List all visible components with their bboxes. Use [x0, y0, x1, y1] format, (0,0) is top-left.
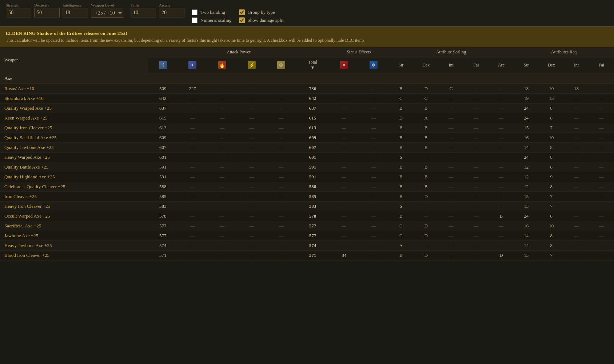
total-cell: 571 — [296, 251, 329, 260]
table-row[interactable]: Keen Warped Axe +25615————615——DA———248—… — [0, 113, 614, 123]
dexterity-input[interactable] — [34, 8, 60, 17]
fai-req-cell: — — [589, 113, 614, 123]
fire-cell: — — [207, 123, 237, 133]
mag-icon: ✦ — [188, 61, 196, 69]
table-row[interactable]: Jawbone Axe +25577————577——CD———148—— — [0, 231, 614, 241]
weapon-level-label: Weapon Level — [91, 3, 114, 7]
dex-req-cell: 8 — [539, 153, 564, 162]
table-row[interactable]: Blood Iron Cleaver +25571————57184—BD——D… — [0, 251, 614, 260]
phys-cell: 574 — [148, 241, 178, 251]
phys-cell: 583 — [148, 202, 178, 211]
status2-cell: — — [359, 113, 388, 123]
weapon-level-stat: Weapon Level +25 / +10 +24 / +9 +0 / +0 — [91, 3, 123, 18]
mag-cell: — — [178, 221, 207, 231]
table-row[interactable]: Quality Battle Axe +25591————591——BB———1… — [0, 162, 614, 172]
fai-req-cell: — — [589, 192, 614, 202]
show-damage-split-checkbox[interactable] — [239, 17, 245, 23]
int-req-cell: — — [564, 123, 589, 133]
two-handing-label[interactable]: Two handing — [200, 9, 225, 15]
int-sc-cell: — — [439, 231, 464, 241]
holy-cell: — — [267, 231, 296, 241]
phys-cell: 637 — [148, 104, 178, 113]
holy-cell: — — [267, 84, 296, 94]
table-row[interactable]: Heavy Jawbone Axe +25574————574——A————14… — [0, 241, 614, 251]
attack-power-header: Attack Power — [148, 47, 329, 57]
weapon-level-select[interactable]: +25 / +10 +24 / +9 +0 / +0 — [91, 8, 123, 18]
dex-req-cell: 10 — [539, 84, 564, 94]
table-row[interactable]: Quality Sacrificial Axe +25609————609——B… — [0, 133, 614, 143]
stats-group: Strength Dexterity Intelligence Weapon L… — [6, 3, 123, 18]
status1-cell: — — [329, 231, 359, 241]
arc-sc-cell: B — [489, 211, 514, 221]
strength-input[interactable] — [6, 8, 31, 17]
status1-cell: — — [329, 133, 359, 143]
weapon-name-cell: Quality Highland Axe +25 — [0, 172, 148, 182]
fai-sc-cell: — — [464, 202, 489, 211]
arc-sc-cell: — — [489, 133, 514, 143]
arc-sc-cell: D — [489, 251, 514, 260]
dex-req-cell: 15 — [539, 94, 564, 104]
str-req-cell: 12 — [514, 172, 539, 182]
dexterity-label: Dexterity — [34, 3, 49, 7]
two-handing-checkbox[interactable] — [192, 9, 198, 15]
table-row[interactable]: Celebrant's Quality Cleaver +25588————58… — [0, 182, 614, 192]
arc-sc-cell: — — [489, 172, 514, 182]
weapon-name-cell: Stormhawk Axe +10 — [0, 94, 148, 104]
weapons-tbody: AxeRosus' Axe +10509227———736——BDC——1810… — [0, 73, 614, 260]
table-row[interactable]: Quality Jawbone Axe +25607————607——BB———… — [0, 143, 614, 153]
mag-cell: — — [178, 172, 207, 182]
table-row[interactable]: Stormhawk Axe +10642————642——CC———1915—— — [0, 94, 614, 104]
str-req-cell: 14 — [514, 231, 539, 241]
faith-input[interactable] — [131, 8, 156, 17]
fai-req-cell: — — [589, 172, 614, 182]
status1-cell: — — [329, 192, 359, 202]
phys-cell: 607 — [148, 143, 178, 153]
intelligence-label: Intelligence — [63, 3, 81, 7]
table-row[interactable]: Rosus' Axe +10509227———736——BDC——181018— — [0, 84, 614, 94]
phys-cell: 577 — [148, 231, 178, 241]
fire-cell: — — [207, 202, 237, 211]
int-req-cell: — — [564, 133, 589, 143]
str-sc-cell: B — [388, 172, 414, 182]
table-row[interactable]: Quality Warped Axe +25637————637——BB———2… — [0, 104, 614, 113]
status2-cell: — — [359, 172, 388, 182]
arc-sc-cell: — — [489, 162, 514, 172]
total-cell: 583 — [296, 202, 329, 211]
arcane-label: Arcane — [159, 3, 171, 7]
status-effects-header: Status Effects — [329, 47, 388, 57]
table-row[interactable]: Quality Highland Axe +25591————591——BB——… — [0, 172, 614, 182]
dex-req-cell: 7 — [539, 251, 564, 260]
table-row[interactable]: Heavy Iron Cleaver +25583————583——S————1… — [0, 202, 614, 211]
numeric-scaling-label[interactable]: Numeric scaling — [200, 17, 232, 23]
table-row[interactable]: Occult Warped Axe +25578————578——B———B24… — [0, 211, 614, 221]
fai-req-cell: — — [589, 231, 614, 241]
group-by-type-label[interactable]: Group by type — [248, 9, 275, 15]
status1-cell: — — [329, 162, 359, 172]
int-req-cell: — — [564, 251, 589, 260]
fai-sc-cell: — — [464, 84, 489, 94]
table-row[interactable]: Sacrificial Axe +25577————577——CD———1610… — [0, 221, 614, 231]
group-by-type-checkbox[interactable] — [239, 9, 245, 15]
bleed-icon: ♦ — [340, 61, 348, 69]
table-row[interactable]: Iron Cleaver +25585————585——BD———157—— — [0, 192, 614, 202]
fai-sc-cell: — — [464, 221, 489, 231]
ligt-cell: — — [237, 251, 266, 260]
status1-cell: — — [329, 241, 359, 251]
arc-sc-cell: — — [489, 84, 514, 94]
holy-cell: — — [267, 241, 296, 251]
fai-req-cell: — — [589, 143, 614, 153]
holy-cell: — — [267, 143, 296, 153]
numeric-scaling-checkbox[interactable] — [192, 17, 198, 23]
intelligence-input[interactable] — [63, 8, 88, 17]
fai-sc-cell: — — [464, 113, 489, 123]
table-row[interactable]: Quality Iron Cleaver +25613————613——BB——… — [0, 123, 614, 133]
ligt-cell: — — [237, 231, 266, 241]
str-sc-cell: B — [388, 162, 414, 172]
str-req-cell: 15 — [514, 251, 539, 260]
arcane-input[interactable] — [159, 8, 184, 17]
mag-cell: — — [178, 113, 207, 123]
table-row[interactable]: Heavy Warped Axe +25601————601——S————248… — [0, 153, 614, 162]
show-damage-split-label[interactable]: Show damage split — [248, 17, 284, 23]
fai-sc-cell: — — [464, 104, 489, 113]
header-group-row: Weapon Attack Power Status Effects Attri… — [0, 47, 614, 57]
